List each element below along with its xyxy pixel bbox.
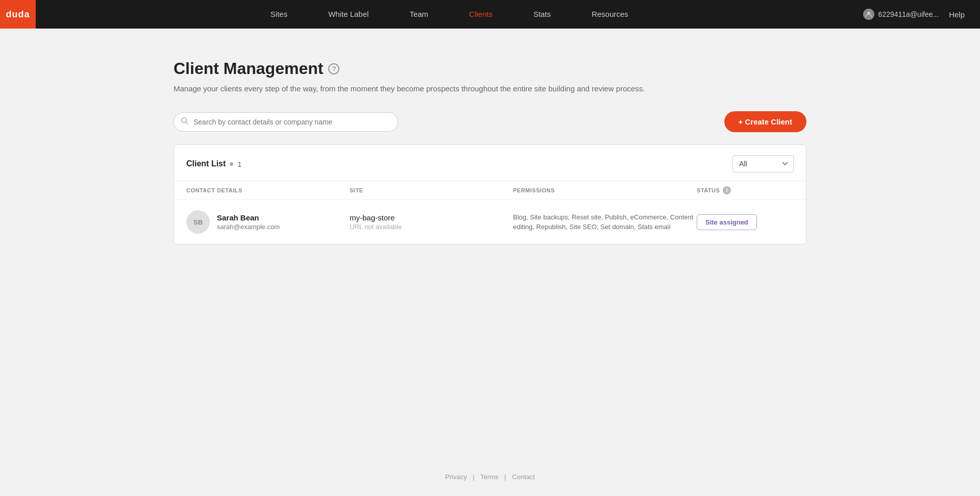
- site-name: my-bag-store: [350, 213, 513, 222]
- page-title: Client Management ?: [174, 59, 806, 78]
- main-nav: duda Sites White Label Team Clients Stat…: [0, 0, 980, 29]
- footer-terms-link[interactable]: Terms: [480, 473, 498, 481]
- svg-line-2: [186, 122, 188, 124]
- footer-privacy-link[interactable]: Privacy: [445, 473, 467, 481]
- nav-right: 6229411a@uifee... Help: [863, 9, 980, 20]
- contact-name: Sarah Bean: [217, 213, 280, 222]
- client-list-title: Client List 1: [186, 159, 242, 168]
- nav-link-team[interactable]: Team: [389, 0, 449, 29]
- search-wrap: [174, 112, 398, 132]
- user-avatar-icon: [863, 9, 874, 20]
- footer-sep-2: |: [504, 473, 506, 481]
- help-link[interactable]: Help: [949, 10, 965, 19]
- page-help-icon[interactable]: ?: [328, 63, 339, 75]
- permissions-cell: Blog, Site backups, Reset site, Publish,…: [513, 212, 697, 232]
- nav-link-stats[interactable]: Stats: [513, 0, 571, 29]
- contact-email: sarah@example.com: [217, 223, 280, 231]
- col-header-contact: CONTACT DETAILS: [186, 186, 350, 194]
- footer-contact-link[interactable]: Contact: [512, 473, 535, 481]
- nav-link-clients[interactable]: Clients: [449, 0, 513, 29]
- footer: Privacy | Terms | Contact: [0, 458, 980, 496]
- client-list-card: Client List 1 All Active Inactive CONTAC…: [174, 144, 806, 244]
- site-cell: my-bag-store URL not available: [350, 213, 513, 231]
- main-content: Client Management ? Manage your clients …: [158, 29, 822, 265]
- col-header-permissions: PERMISSIONS: [513, 186, 697, 194]
- site-url: URL not available: [350, 223, 513, 231]
- nav-link-sites[interactable]: Sites: [250, 0, 308, 29]
- search-icon: [181, 117, 189, 127]
- search-input[interactable]: [174, 112, 398, 132]
- contact-info: Sarah Bean sarah@example.com: [217, 213, 280, 231]
- filter-select[interactable]: All Active Inactive: [732, 155, 794, 172]
- footer-sep-1: |: [473, 473, 474, 481]
- nav-link-resources[interactable]: Resources: [571, 0, 649, 29]
- user-email: 6229411a@uifee...: [878, 10, 939, 18]
- avatar: SB: [186, 210, 210, 234]
- table-header: CONTACT DETAILS SITE PERMISSIONS STATUS …: [174, 181, 806, 200]
- status-cell: Site assigned: [697, 214, 794, 230]
- status-info-icon[interactable]: i: [723, 186, 731, 194]
- nav-user[interactable]: 6229411a@uifee...: [863, 9, 939, 20]
- nav-link-white-label[interactable]: White Label: [308, 0, 389, 29]
- table-row: SB Sarah Bean sarah@example.com my-bag-s…: [174, 200, 806, 244]
- create-client-button[interactable]: + Create Client: [724, 111, 806, 132]
- col-header-site: SITE: [350, 186, 513, 194]
- client-count: 1: [237, 160, 241, 168]
- nav-links: Sites White Label Team Clients Stats Res…: [36, 0, 863, 29]
- logo[interactable]: duda: [0, 0, 36, 29]
- contact-cell: SB Sarah Bean sarah@example.com: [186, 210, 350, 234]
- col-header-status: STATUS i: [697, 186, 794, 194]
- page-subtitle: Manage your clients every step of the wa…: [174, 84, 806, 93]
- logo-text: duda: [6, 9, 30, 20]
- client-list-header: Client List 1 All Active Inactive: [174, 145, 806, 181]
- count-dot: [230, 162, 233, 166]
- toolbar: + Create Client: [174, 111, 806, 132]
- status-badge[interactable]: Site assigned: [697, 214, 757, 230]
